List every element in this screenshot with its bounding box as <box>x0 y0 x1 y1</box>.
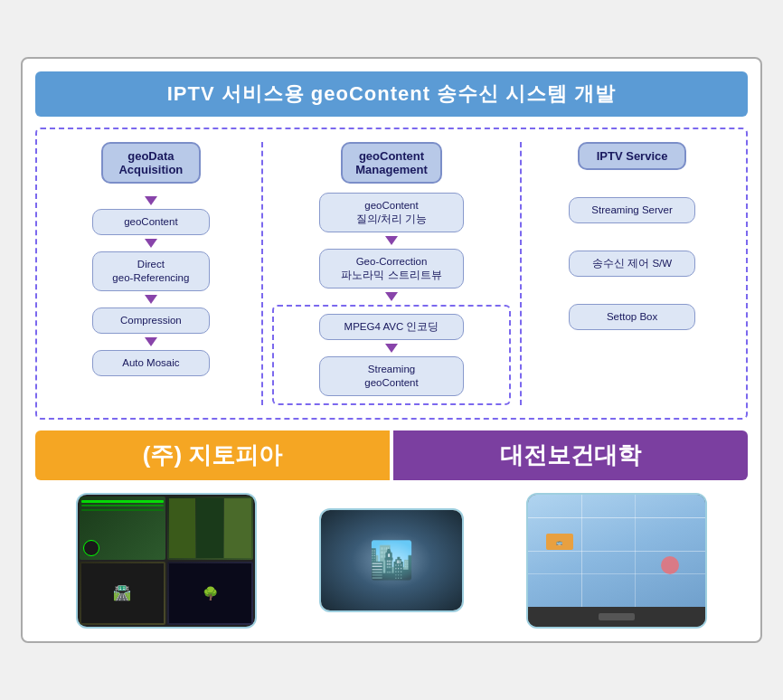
sub-dashed-box: MPEG4 AVC 인코딩 StreaminggeoContent <box>272 305 511 405</box>
col-left: geoDataAcquisition geoContent Directgeo-… <box>50 142 252 405</box>
left-header: geoDataAcquisition <box>101 142 201 184</box>
box-streaming-server: Streaming Server <box>569 197 695 223</box>
title-bar: IPTV 서비스용 geoContent 송수신 시스템 개발 <box>35 71 748 117</box>
box-geocorrection: Geo-Correction파노라믹 스트리트뷰 <box>319 249 464 289</box>
image-monitor: 🚌 <box>526 493 707 629</box>
arrow-mid-1 <box>385 236 398 245</box>
box-sw-control: 송수신 제어 S/W <box>569 251 695 277</box>
box-geocontent: geoContent <box>92 209 210 235</box>
main-title: IPTV 서비스용 geoContent 송수신 시스템 개발 <box>50 80 733 108</box>
arrow-3 <box>145 295 157 304</box>
image-panoramic: 🏙️ <box>319 508 464 612</box>
box-mpeg4: MPEG4 AVC 인코딩 <box>319 314 464 340</box>
box-streaming-geo: StreaminggeoContent <box>319 356 464 396</box>
arrow-mid-2 <box>385 292 398 301</box>
col-right: IPTV Service Streaming Server 송수신 제어 S/W… <box>531 142 733 405</box>
arrow-2 <box>145 239 157 248</box>
org-section: (주) 지토피아 대전보건대학 <box>35 430 748 480</box>
box-query: geoContent질의/처리 기능 <box>319 193 464 232</box>
main-container: IPTV 서비스용 geoContent 송수신 시스템 개발 geoDataA… <box>21 57 762 643</box>
arrow-1 <box>145 196 157 205</box>
col-mid: geoContentManagement geoContent질의/처리 기능 … <box>261 142 522 405</box>
box-georef: Directgeo-Referencing <box>92 251 210 291</box>
org-left: (주) 지토피아 <box>35 430 390 480</box>
org-right: 대전보건대학 <box>393 430 748 480</box>
box-settop: Settop Box <box>569 304 695 330</box>
image-gis: 🛣️ 🌳 <box>76 493 257 629</box>
images-row: 🛣️ 🌳 🏙️ <box>35 493 748 629</box>
mid-header: geoContentManagement <box>341 142 441 184</box>
box-automosaic: Auto Mosaic <box>92 350 210 376</box>
mid-upper: geoContent질의/처리 기능 Geo-Correction파노라믹 스트… <box>272 193 511 405</box>
box-compression: Compression <box>92 307 210 334</box>
arrow-mid-3 <box>385 344 398 353</box>
right-header: IPTV Service <box>578 142 686 170</box>
diagram-area: geoDataAcquisition geoContent Directgeo-… <box>35 128 748 420</box>
arrow-4 <box>145 337 157 346</box>
